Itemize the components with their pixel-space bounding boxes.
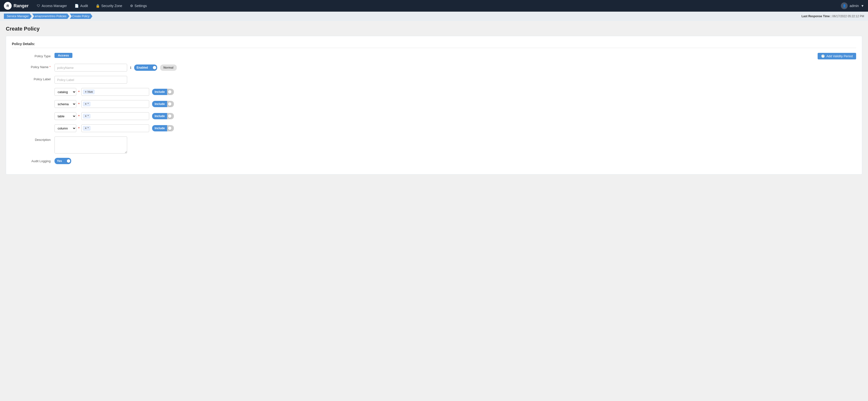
schema-tag-value: * [87, 102, 89, 106]
policy-type-controls: Access [55, 53, 814, 58]
column-include-toggle[interactable]: Include [152, 125, 174, 132]
brand-logo-link[interactable]: R Ranger [4, 2, 29, 10]
breadcrumb-create-policy[interactable]: Create Policy [70, 13, 92, 19]
schema-resource-row-inner: schema * × * [55, 100, 149, 108]
schema-tag-wildcard: × * [83, 102, 90, 106]
table-resource-row: table * × * Include [12, 112, 856, 120]
catalog-select[interactable]: catalog [55, 88, 76, 96]
yes-switch-knob [67, 159, 70, 163]
policy-name-controls: ℹ Enabled Normal [55, 64, 856, 71]
policy-details-section-title: Policy Details: [12, 42, 856, 48]
column-tag-input[interactable]: × * [82, 124, 149, 132]
policy-label-label: Policy Label [12, 76, 51, 81]
breadcrumb-service-manager[interactable]: Service Manager [4, 13, 32, 19]
description-textarea[interactable] [55, 137, 127, 153]
nav-security-zone-label: Security Zone [101, 4, 122, 8]
schema-tag-remove[interactable]: × [85, 102, 87, 106]
schema-tag-input[interactable]: × * [82, 100, 149, 108]
settings-icon: ⚙ [130, 4, 133, 8]
audit-logging-yes-toggle[interactable]: Yes [55, 158, 71, 164]
column-tag-wildcard: × * [83, 126, 90, 131]
schema-include-switch-track[interactable] [167, 101, 174, 107]
breadcrumb: Service Manager amazonemrtrino Policies … [4, 13, 93, 19]
catalog-tag-value: hive [87, 90, 93, 93]
column-controls: column * × * Include [55, 124, 856, 132]
policy-label-controls [55, 76, 856, 84]
table-tag-remove[interactable]: × [85, 114, 87, 118]
policy-name-info-icon[interactable]: ℹ [130, 66, 131, 69]
column-tag-remove[interactable]: × [85, 126, 87, 130]
table-include-toggle[interactable]: Include [152, 113, 174, 119]
nav-audit-label: Audit [80, 4, 88, 8]
schema-include-switch-knob [168, 102, 172, 106]
enabled-switch-track[interactable] [150, 64, 157, 71]
catalog-tag-input[interactable]: × hive [82, 88, 149, 96]
column-include-switch-knob [168, 126, 172, 130]
enabled-badge: Enabled [134, 64, 150, 71]
description-row: Description [12, 137, 856, 153]
page-title: Create Policy [6, 26, 862, 32]
catalog-resource-row: catalog * × hive Include [12, 88, 856, 96]
table-select[interactable]: table [55, 112, 76, 120]
catalog-tag-remove[interactable]: × [85, 90, 87, 93]
table-include-switch-track[interactable] [167, 113, 174, 119]
audit-logging-row: Audit Logging Yes [12, 158, 856, 164]
policy-name-row: Policy Name * ℹ Enabled Normal [12, 64, 856, 71]
enabled-toggle[interactable]: Enabled [134, 64, 157, 71]
table-tag-wildcard: × * [83, 114, 90, 118]
brand-name: Ranger [13, 3, 29, 8]
table-tag-input[interactable]: × * [82, 112, 149, 120]
table-controls: table * × * Include [55, 112, 856, 120]
table-include-badge: Include [152, 113, 167, 119]
policy-label-input[interactable] [55, 76, 127, 84]
nav-settings[interactable]: ⚙ Settings [127, 2, 150, 9]
schema-include-toggle[interactable]: Include [152, 101, 174, 107]
breadcrumb-bar: Service Manager amazonemrtrino Policies … [0, 12, 868, 21]
column-include-switch-track[interactable] [167, 125, 174, 132]
schema-controls: schema * × * Include [55, 100, 856, 108]
nav-access-manager-label: Access Manager [42, 4, 67, 8]
yes-badge: Yes [55, 158, 64, 164]
nav-security-zone[interactable]: 🔒 Security Zone [92, 2, 125, 9]
catalog-required-star: * [78, 90, 80, 94]
column-required-star: * [78, 126, 80, 130]
schema-resource-row: schema * × * Include [12, 100, 856, 108]
normal-badge[interactable]: Normal [160, 64, 177, 71]
add-validity-period-label: Add Validity Period [826, 54, 853, 58]
policy-name-label: Policy Name * [12, 64, 51, 69]
policy-name-input[interactable] [55, 64, 127, 71]
schema-select[interactable]: schema [55, 100, 76, 108]
nav-settings-label: Settings [135, 4, 147, 8]
column-resource-row: column * × * Include [12, 124, 856, 132]
catalog-include-switch-knob [168, 90, 172, 93]
brand-logo-text: R [6, 4, 9, 8]
admin-avatar-icon: 👤 [841, 2, 848, 9]
table-required-star: * [78, 114, 80, 118]
table-resource-row-inner: table * × * [55, 112, 149, 120]
audit-icon: 📄 [74, 4, 79, 8]
schema-required-star: * [78, 102, 80, 106]
policy-type-badge: Access [55, 53, 72, 58]
column-select[interactable]: column [55, 124, 76, 132]
nav-access-manager[interactable]: 🛡 Access Manager [33, 2, 70, 9]
catalog-tag-hive: × hive [83, 90, 94, 94]
clock-icon: 🕐 [821, 54, 825, 58]
catalog-include-toggle[interactable]: Include [152, 89, 174, 95]
last-response-time: Last Response Time : 06/17/2022 05:22:12… [801, 15, 864, 18]
nav-audit[interactable]: 📄 Audit [71, 2, 91, 9]
enabled-switch-knob [153, 66, 156, 69]
last-response-label: Last Response Time : [801, 15, 831, 18]
admin-menu[interactable]: 👤 admin ▼ [841, 2, 864, 9]
policy-type-row: Policy Type Access 🕐 Add Validity Period [12, 53, 856, 59]
policy-details-card: Policy Details: Policy Type Access 🕐 Add… [6, 36, 862, 175]
catalog-include-switch-track[interactable] [167, 89, 174, 95]
admin-label: admin [849, 4, 859, 8]
breadcrumb-amazonemrtrino-policies[interactable]: amazonemrtrino Policies [32, 13, 69, 19]
column-include-badge: Include [152, 125, 167, 132]
catalog-label [12, 88, 51, 89]
column-label [12, 124, 51, 126]
audit-logging-controls: Yes [55, 158, 856, 164]
yes-switch-track[interactable] [64, 158, 71, 164]
add-validity-period-button[interactable]: 🕐 Add Validity Period [817, 53, 856, 59]
navbar: R Ranger 🛡 Access Manager 📄 Audit 🔒 Secu… [0, 0, 868, 12]
